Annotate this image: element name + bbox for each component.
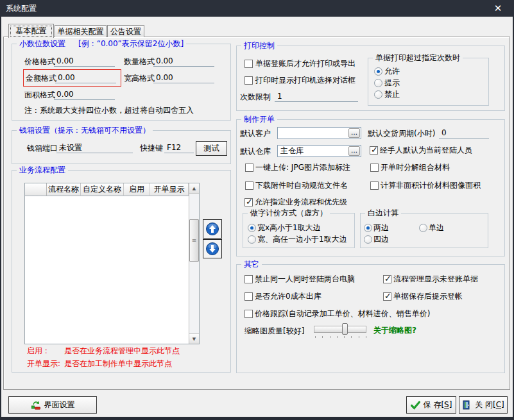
one-key-upload-checkbox[interactable] — [245, 164, 253, 172]
slider-track[interactable] — [314, 326, 366, 333]
other-title: 其它 — [241, 260, 262, 269]
exceed-allow-label: 允许 — [384, 67, 400, 76]
pricing-both-radio[interactable] — [248, 224, 256, 232]
default-warehouse-input[interactable]: 主仓库 … — [277, 145, 361, 157]
delivery-cycle-label: 默认交货周期(小时) — [368, 129, 435, 139]
workflow-table: 流程名称 自定义名称 启用 开单显示 ▲ ≡ ▼ — [24, 183, 200, 344]
margin-two-sides-label: 两边 — [373, 223, 389, 233]
exceed-forbid-radio[interactable] — [374, 90, 382, 99]
pricing-either-radio[interactable] — [248, 235, 256, 244]
print-control-title: 打印控制 — [241, 41, 277, 50]
normalize-filename-label: 下载附件时自动规范文件名 — [255, 181, 348, 190]
scrollbar-thumb[interactable]: ≡ — [189, 219, 199, 262]
close-window-button[interactable]: 关 闭[C] — [459, 396, 508, 414]
amount-format-highlight — [23, 69, 121, 87]
wh-format-input[interactable]: 0.00 — [153, 72, 214, 83]
tab-doc-config-label: 单据相关配置 — [58, 26, 104, 37]
tab-doc-config[interactable]: 单据相关配置 — [55, 25, 107, 37]
exceed-allow-radio[interactable] — [374, 67, 382, 76]
price-track-checkbox[interactable] — [244, 310, 253, 318]
cashbox-port-input[interactable]: 未设置 — [56, 142, 133, 153]
print-limit-input[interactable]: 1 — [275, 91, 358, 102]
pricing-both-label: 宽x高小于1取大边 — [257, 223, 321, 233]
thumbnail-quality-slider[interactable] — [314, 323, 368, 339]
price-format-input[interactable]: 0.00 — [54, 56, 115, 67]
handler-default-label: 经手人默认为当前登陆人员 — [380, 146, 472, 155]
tab-notice-config-label: 公告设置 — [110, 26, 141, 37]
save-prompt-label: 单据保存后提示登帐 — [393, 292, 463, 301]
save-label: 保 存[S] — [424, 399, 452, 410]
exceed-prompt-radio[interactable] — [374, 79, 382, 87]
warehouse-picker-icon[interactable]: … — [348, 146, 360, 156]
margin-two-sides-radio[interactable] — [364, 224, 372, 232]
scroll-down-icon[interactable]: ▼ — [189, 333, 199, 344]
one-key-upload-label: 一键上传: JPG图片添加标注 — [255, 163, 350, 172]
pricing-mode-title: 做字计价方式（虚方） — [248, 208, 330, 217]
window-title: 系统配置 — [6, 3, 37, 14]
about-thumbnail-link[interactable]: 关于缩略图? — [373, 326, 416, 335]
up-circle-icon — [205, 222, 219, 236]
zero-cost-label: 是否允许0成本出库 — [255, 292, 321, 301]
move-down-button[interactable] — [203, 239, 222, 258]
qty-format-input[interactable]: 0.00 — [153, 56, 214, 67]
qty-format-label: 数量格式 — [124, 57, 155, 67]
allow-priority-checkbox[interactable] — [244, 198, 253, 206]
order-title: 制作开单 — [241, 115, 277, 124]
forbid-dual-login-checkbox[interactable] — [244, 275, 253, 283]
close-icon: ✕ — [494, 3, 502, 14]
col-show-on-order: 开单显示 — [150, 183, 189, 196]
decimal-note: 注：系统最大支持四位小数，超过将自动四舍五入 — [24, 106, 194, 115]
margin-one-side-radio[interactable] — [419, 224, 427, 232]
print-after-post-checkbox[interactable] — [244, 60, 253, 68]
close-button[interactable]: ✕ — [487, 0, 509, 17]
down-circle-icon — [205, 242, 219, 256]
workflow-header-row: 流程名称 自定义名称 启用 开单显示 — [25, 183, 199, 196]
customer-picker-icon[interactable]: … — [348, 128, 360, 138]
move-up-button[interactable] — [203, 219, 222, 239]
table-scrollbar[interactable]: ▲ ≡ ▼ — [189, 183, 199, 344]
zero-cost-checkbox[interactable] — [244, 292, 253, 301]
normalize-filename-checkbox[interactable] — [245, 181, 253, 190]
test-button[interactable]: 测试 — [196, 141, 227, 156]
print-limit-label: 次数限制 — [240, 92, 271, 102]
scroll-up-icon[interactable]: ▲ — [189, 183, 199, 194]
interface-settings-icon — [31, 400, 41, 410]
default-customer-input[interactable]: … — [277, 127, 361, 139]
delivery-cycle-input[interactable]: 0 — [439, 128, 489, 139]
cashbox-port-label: 钱箱端口 — [27, 144, 58, 153]
save-check-icon — [411, 401, 420, 410]
printer-dialog-checkbox[interactable] — [244, 76, 253, 85]
hotkey-input[interactable]: F12 — [164, 142, 194, 153]
white-margin-title: 白边计算 — [365, 208, 401, 217]
margin-one-side-label: 单边 — [429, 223, 444, 233]
handler-default-checkbox[interactable] — [370, 146, 378, 155]
area-format-input[interactable]: 0.00 — [54, 89, 115, 100]
legend-show-term: 开单显示: — [27, 359, 60, 369]
margin-four-sides-radio[interactable] — [364, 235, 372, 244]
decompose-material-label: 开单时分解组合材料 — [381, 163, 450, 172]
legend-enable-desc: 是否在业务流程管理中显示此节点 — [64, 346, 180, 356]
interface-settings-label: 界面设置 — [44, 399, 75, 410]
flow-unposted-label: 流程管理显示未登账单据 — [393, 274, 478, 284]
default-warehouse-value: 主仓库 — [280, 146, 304, 156]
price-track-label: 价格跟踪(自动记录加工单价、材料进价、销售单价) — [255, 309, 430, 319]
tab-basic-config[interactable]: 基本配置 — [8, 24, 54, 38]
decompose-material-checkbox[interactable] — [370, 164, 379, 172]
interface-settings-button[interactable]: 界面设置 — [8, 396, 97, 414]
col-custom-name: 自定义名称 — [81, 183, 124, 196]
save-prompt-checkbox[interactable] — [383, 292, 391, 301]
default-customer-label: 默认客户 — [240, 129, 271, 139]
print-after-post-label: 单据登账后才允许打印或导出 — [255, 59, 356, 69]
save-button[interactable]: 保 存[S] — [406, 396, 456, 414]
tab-notice-config[interactable]: 公告设置 — [107, 25, 144, 37]
image-area-checkbox[interactable] — [370, 181, 379, 190]
hotkey-label: 快捷键 — [140, 144, 163, 153]
printer-dialog-label: 打印时显示打印机选择对话框 — [255, 76, 356, 85]
cashbox-title: 钱箱设置（提示：无钱箱可不用设置） — [17, 126, 153, 135]
exceed-prompt-label: 提示 — [384, 78, 400, 88]
thumbnail-quality-slider-thumb[interactable] — [342, 323, 348, 335]
tab-focus-rect — [9, 24, 53, 38]
flow-unposted-checkbox[interactable] — [383, 275, 391, 283]
area-format-label: 面积格式 — [24, 90, 55, 100]
margin-four-sides-label: 四边 — [373, 235, 389, 244]
